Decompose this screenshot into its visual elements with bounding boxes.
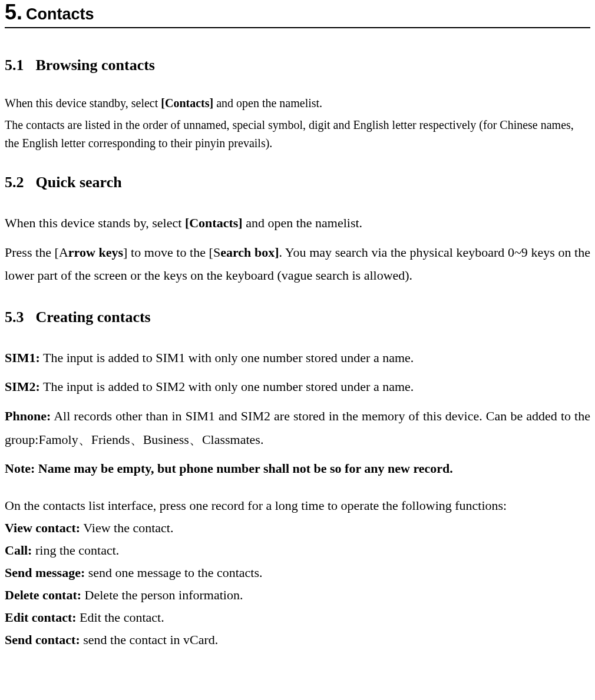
label-sim1: SIM1: (5, 350, 40, 365)
function-desc: send the contact in vCard. (80, 632, 219, 647)
paragraph: When this device stands by, select [Cont… (5, 211, 590, 235)
text-run: When this device standby, select (5, 97, 161, 110)
label-phone: Phnone: (5, 409, 51, 423)
function-label: Edit contact: (5, 610, 77, 625)
text-bold: [Contacts] (161, 97, 213, 110)
section-title: Quick search (36, 174, 122, 191)
text-run: ] to move to the [S (123, 245, 220, 260)
function-item: View contact: View the contact. (5, 518, 590, 538)
text-run: The input is added to SIM2 with only one… (40, 379, 414, 394)
function-desc: Delete the person information. (81, 588, 243, 602)
function-item: Send message: send one message to the co… (5, 563, 590, 583)
text-bold: earch box] (220, 245, 279, 260)
section-number: 5.1 (5, 57, 24, 74)
function-item: Edit contact: Edit the contact. (5, 608, 590, 628)
text-run: and open the namelist. (213, 97, 322, 110)
paragraph-phone: Phnone: All records other than in SIM1 a… (5, 404, 590, 451)
paragraph-note: Note: Name may be empty, but phone numbe… (5, 457, 590, 480)
section-heading-5-3: 5.3Creating contacts (5, 308, 590, 326)
function-desc: View the contact. (80, 520, 173, 535)
function-desc: send one message to the contacts. (85, 565, 262, 580)
function-label: Send contact: (5, 632, 80, 647)
function-desc: ring the contact. (32, 543, 119, 558)
text-run: The contacts are listed in the order of … (5, 118, 574, 150)
function-item: Send contact: send the contact in vCard. (5, 630, 590, 650)
function-label: Send message: (5, 565, 85, 580)
note-text: Note: Name may be empty, but phone numbe… (5, 461, 453, 476)
text-run: When this device stands by, select (5, 215, 185, 230)
section-title: Browsing contacts (36, 57, 155, 74)
function-desc: Edit the contact. (77, 610, 164, 625)
paragraph-sim2: SIM2: The input is added to SIM2 with on… (5, 375, 590, 399)
text-run: All records other than in SIM1 and SIM2 … (5, 409, 590, 447)
paragraph: When this device standby, select [Contac… (5, 94, 590, 112)
function-label: View contact: (5, 520, 80, 535)
chapter-number: 5. (5, 0, 22, 25)
function-item: Delete contat: Delete the person informa… (5, 585, 590, 605)
paragraph: Press the [Arrow keys] to move to the [S… (5, 241, 590, 287)
section-heading-5-1: 5.1Browsing contacts (5, 57, 590, 74)
text-run: The input is added to SIM1 with only one… (40, 350, 414, 365)
text-run: and open the namelist. (243, 215, 362, 230)
paragraph-sim1: SIM1: The input is added to SIM1 with on… (5, 346, 590, 370)
function-label: Call: (5, 543, 32, 558)
text-run: Press the [A (5, 245, 68, 260)
paragraph-longpress-intro: On the contacts list interface, press on… (5, 496, 590, 516)
section-number: 5.3 (5, 308, 24, 326)
function-item: Call: ring the contact. (5, 540, 590, 560)
text-bold: rrow keys (68, 245, 123, 260)
chapter-header: 5. Contacts (5, 0, 590, 28)
text-bold: [Contacts] (185, 215, 243, 230)
section-heading-5-2: 5.2Quick search (5, 174, 590, 191)
chapter-title: Contacts (26, 5, 94, 24)
label-sim2: SIM2: (5, 379, 40, 394)
paragraph: The contacts are listed in the order of … (5, 116, 590, 152)
text-run: On the contacts list interface, press on… (5, 498, 507, 513)
function-label: Delete contat: (5, 588, 81, 602)
section-number: 5.2 (5, 174, 24, 191)
section-title: Creating contacts (36, 308, 151, 326)
